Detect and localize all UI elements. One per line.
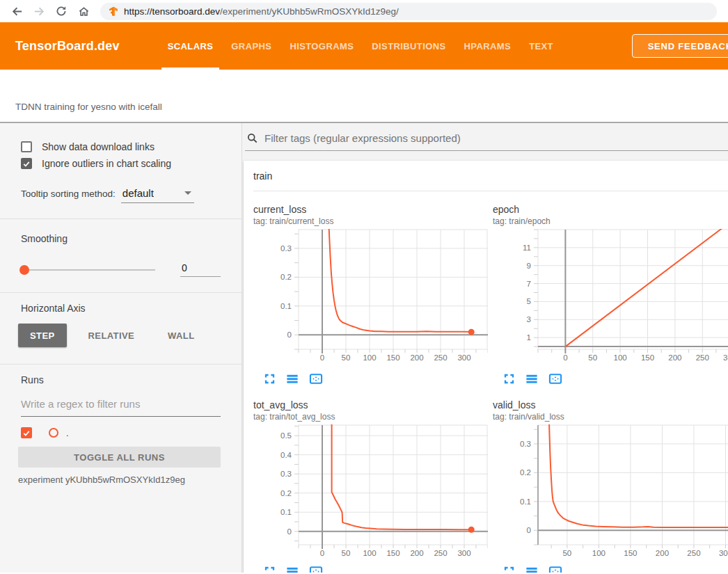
data-table-icon[interactable] xyxy=(525,565,539,573)
ignore-outliers-row: Ignore outliers in chart scaling xyxy=(21,158,242,169)
svg-text:0: 0 xyxy=(527,526,531,534)
browser-toolbar: https://tensorboard.dev/experiment/yKUbh… xyxy=(0,0,728,22)
svg-text:5: 5 xyxy=(527,297,531,305)
data-table-icon[interactable] xyxy=(285,565,299,573)
svg-text:100: 100 xyxy=(592,549,606,557)
app-header: TensorBoard.dev SCALARS GRAPHS HISTOGRAM… xyxy=(0,22,728,70)
toggle-all-runs-button[interactable]: TOGGLE ALL RUNS xyxy=(18,447,221,468)
fullscreen-icon[interactable] xyxy=(503,372,516,385)
svg-text:250: 250 xyxy=(687,549,700,557)
chart-toolbar xyxy=(503,372,728,385)
data-table-icon[interactable] xyxy=(525,372,539,385)
axis-step-button[interactable]: STEP xyxy=(18,324,67,347)
reload-icon[interactable] xyxy=(50,1,72,21)
back-icon[interactable] xyxy=(6,1,28,21)
svg-text:0: 0 xyxy=(563,353,567,362)
svg-text:250: 250 xyxy=(696,353,709,362)
smoothing-slider[interactable] xyxy=(21,269,155,271)
run-name: . xyxy=(66,428,69,438)
group-title: train xyxy=(253,170,272,182)
fit-domain-icon[interactable] xyxy=(548,565,563,573)
smoothing-value-field[interactable]: 0 xyxy=(180,262,221,277)
tab-text[interactable]: TEXT xyxy=(520,22,562,70)
chart-tag: tag: train/valid_loss xyxy=(493,412,728,422)
svg-text:50: 50 xyxy=(588,353,597,362)
chart-toolbar xyxy=(263,372,493,385)
svg-text:0.5: 0.5 xyxy=(280,431,292,440)
runs-filter-input[interactable]: Write a regex to filter runs xyxy=(21,398,221,417)
runs-filter-placeholder: Write a regex to filter runs xyxy=(21,398,140,410)
axis-wall-button[interactable]: WALL xyxy=(156,324,206,347)
line-chart[interactable]: 0501001502002503001357911 xyxy=(493,227,728,362)
svg-text:50: 50 xyxy=(342,353,351,362)
svg-text:150: 150 xyxy=(386,353,399,362)
tooltip-sorting-select[interactable]: default xyxy=(121,187,194,203)
svg-text:200: 200 xyxy=(410,353,423,362)
url-text: https://tensorboard.dev/experiment/yKUbh… xyxy=(124,6,399,17)
svg-text:300: 300 xyxy=(457,353,470,362)
fit-domain-icon[interactable] xyxy=(308,372,324,385)
tab-scalars[interactable]: SCALARS xyxy=(159,22,223,70)
svg-text:0.3: 0.3 xyxy=(520,440,531,448)
main-panel: Filter tags (regular expressions support… xyxy=(242,123,728,573)
svg-text:200: 200 xyxy=(668,353,681,362)
filter-tags-placeholder: Filter tags (regular expressions support… xyxy=(264,132,461,144)
ignore-outliers-checkbox[interactable] xyxy=(21,158,32,169)
tooltip-sorting-row: Tooltip sorting method: default xyxy=(21,187,242,203)
runs-label: Runs xyxy=(21,374,242,385)
chart-card-current-loss: current_loss tag: train/current_loss 050… xyxy=(253,191,493,385)
chart-card-epoch: epoch tag: train/epoch 05010015020025030… xyxy=(493,191,728,385)
train-group-header[interactable]: train xyxy=(253,161,728,191)
data-table-icon[interactable] xyxy=(285,372,299,385)
svg-text:150: 150 xyxy=(386,549,399,557)
smoothing-slider-thumb[interactable] xyxy=(19,265,29,275)
address-bar[interactable]: https://tensorboard.dev/experiment/yKUbh… xyxy=(100,3,717,20)
tab-distributions[interactable]: DISTRIBUTIONS xyxy=(363,22,454,70)
fit-domain-icon[interactable] xyxy=(308,565,324,573)
axis-relative-button[interactable]: RELATIVE xyxy=(77,324,147,347)
svg-text:0.3: 0.3 xyxy=(280,244,292,253)
fullscreen-icon[interactable] xyxy=(263,565,276,573)
experiment-id-label: experiment yKUbhb5wRmOSXYkId1z9eg xyxy=(18,475,242,485)
horizontal-axis-buttons: STEP RELATIVE WALL xyxy=(18,324,242,347)
svg-text:9: 9 xyxy=(527,262,531,270)
filter-tags-input[interactable]: Filter tags (regular expressions support… xyxy=(245,132,728,151)
fit-domain-icon[interactable] xyxy=(548,372,563,385)
train-group-card: train current_loss tag: train/current_lo… xyxy=(244,161,728,573)
chart-title: tot_avg_loss xyxy=(253,399,493,410)
line-chart[interactable]: 5010015020025030000.10.20.3 xyxy=(493,422,728,558)
home-icon[interactable] xyxy=(72,1,95,21)
chart-card-tot-avg-loss: tot_avg_loss tag: train/tot_avg_loss 050… xyxy=(253,387,493,573)
show-download-links-label: Show data download links xyxy=(42,141,155,152)
sidebar-divider xyxy=(0,292,242,293)
tab-hparams[interactable]: HPARAMS xyxy=(455,22,521,70)
forward-icon[interactable] xyxy=(28,1,50,21)
experiment-subtitle-band: TDNN training for yesno with icefall xyxy=(0,70,728,123)
send-feedback-button[interactable]: SEND FEEDBACK xyxy=(632,34,728,58)
svg-text:0: 0 xyxy=(287,330,292,339)
tab-histograms[interactable]: HISTOGRAMS xyxy=(280,22,363,70)
fullscreen-icon[interactable] xyxy=(503,565,516,573)
line-chart[interactable]: 05010015020025030000.10.20.30.40.5 xyxy=(253,422,493,558)
svg-text:0.1: 0.1 xyxy=(280,302,292,310)
chart-title: epoch xyxy=(493,204,728,215)
run-checkbox[interactable] xyxy=(21,427,32,438)
svg-text:200: 200 xyxy=(656,549,669,557)
svg-text:50: 50 xyxy=(342,549,351,557)
smoothing-label: Smoothing xyxy=(21,233,242,244)
sidebar-divider xyxy=(0,364,242,365)
horizontal-axis-label: Horizontal Axis xyxy=(21,303,242,314)
tab-graphs[interactable]: GRAPHS xyxy=(222,22,280,70)
fullscreen-icon[interactable] xyxy=(263,372,276,385)
svg-text:300: 300 xyxy=(723,353,728,362)
settings-sidebar: Show data download links Ignore outliers… xyxy=(0,123,242,573)
svg-text:300: 300 xyxy=(457,549,470,557)
line-chart[interactable]: 05010015020025030000.10.20.3 xyxy=(253,227,493,362)
show-download-links-checkbox[interactable] xyxy=(21,141,32,152)
svg-text:3: 3 xyxy=(527,315,531,324)
run-list-item: . xyxy=(21,427,242,438)
svg-text:1: 1 xyxy=(527,333,531,342)
app-logo[interactable]: TensorBoard.dev xyxy=(15,39,120,54)
svg-text:200: 200 xyxy=(410,549,423,557)
svg-text:0: 0 xyxy=(287,527,292,536)
